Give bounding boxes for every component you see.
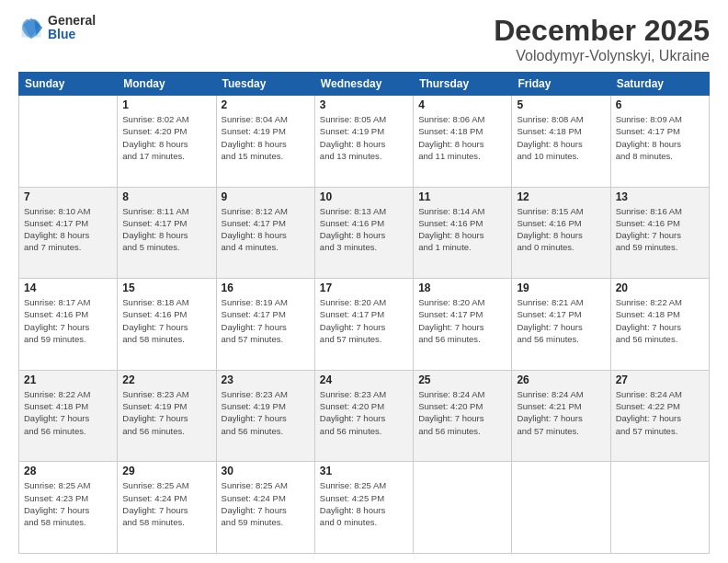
day-info: Sunrise: 8:04 AMSunset: 4:19 PMDaylight:… xyxy=(222,113,310,162)
table-cell: 5Sunrise: 8:08 AMSunset: 4:18 PMDaylight… xyxy=(512,96,610,188)
page: General Blue December 2025 Volodymyr-Vol… xyxy=(0,0,728,563)
table-cell: 26Sunrise: 8:24 AMSunset: 4:21 PMDayligh… xyxy=(512,370,610,462)
header-tuesday: Tuesday xyxy=(216,73,314,96)
table-cell xyxy=(512,462,610,554)
table-cell: 8Sunrise: 8:11 AMSunset: 4:17 PMDaylight… xyxy=(118,187,216,279)
table-cell: 21Sunrise: 8:22 AMSunset: 4:18 PMDayligh… xyxy=(19,370,118,462)
day-number: 1 xyxy=(122,98,210,111)
day-info: Sunrise: 8:15 AMSunset: 4:16 PMDaylight:… xyxy=(517,205,605,254)
weekday-header-row: Sunday Monday Tuesday Wednesday Thursday… xyxy=(19,73,710,96)
table-cell: 22Sunrise: 8:23 AMSunset: 4:19 PMDayligh… xyxy=(118,370,216,462)
day-info: Sunrise: 8:20 AMSunset: 4:17 PMDaylight:… xyxy=(320,296,408,345)
table-cell: 23Sunrise: 8:23 AMSunset: 4:19 PMDayligh… xyxy=(216,370,314,462)
day-number: 19 xyxy=(517,282,605,294)
day-number: 6 xyxy=(616,98,704,111)
header-saturday: Saturday xyxy=(610,73,709,96)
header-wednesday: Wednesday xyxy=(314,73,413,96)
day-info: Sunrise: 8:22 AMSunset: 4:18 PMDaylight:… xyxy=(616,296,704,345)
day-info: Sunrise: 8:25 AMSunset: 4:23 PMDaylight:… xyxy=(24,479,112,528)
table-cell: 4Sunrise: 8:06 AMSunset: 4:18 PMDaylight… xyxy=(414,96,512,188)
table-cell: 29Sunrise: 8:25 AMSunset: 4:24 PMDayligh… xyxy=(118,462,216,554)
table-cell: 18Sunrise: 8:20 AMSunset: 4:17 PMDayligh… xyxy=(414,279,512,371)
header-friday: Friday xyxy=(512,73,610,96)
table-cell: 25Sunrise: 8:24 AMSunset: 4:20 PMDayligh… xyxy=(414,370,512,462)
day-info: Sunrise: 8:09 AMSunset: 4:17 PMDaylight:… xyxy=(616,113,704,162)
week-row-2: 7Sunrise: 8:10 AMSunset: 4:17 PMDaylight… xyxy=(19,187,710,279)
day-number: 25 xyxy=(418,373,506,386)
day-info: Sunrise: 8:20 AMSunset: 4:17 PMDaylight:… xyxy=(418,296,506,345)
week-row-4: 21Sunrise: 8:22 AMSunset: 4:18 PMDayligh… xyxy=(19,370,710,462)
table-cell: 24Sunrise: 8:23 AMSunset: 4:20 PMDayligh… xyxy=(314,370,413,462)
table-cell: 13Sunrise: 8:16 AMSunset: 4:16 PMDayligh… xyxy=(610,187,709,279)
day-number: 15 xyxy=(122,282,210,294)
day-info: Sunrise: 8:13 AMSunset: 4:16 PMDaylight:… xyxy=(320,205,408,254)
day-number: 24 xyxy=(320,373,408,386)
logo: General Blue xyxy=(18,14,96,42)
week-row-3: 14Sunrise: 8:17 AMSunset: 4:16 PMDayligh… xyxy=(19,279,710,371)
header-monday: Monday xyxy=(118,73,216,96)
day-info: Sunrise: 8:23 AMSunset: 4:19 PMDaylight:… xyxy=(122,388,210,437)
day-number: 8 xyxy=(122,190,210,203)
week-row-1: 1Sunrise: 8:02 AMSunset: 4:20 PMDaylight… xyxy=(19,96,710,188)
day-number: 5 xyxy=(517,98,605,111)
logo-blue-text: Blue xyxy=(48,28,96,41)
day-info: Sunrise: 8:25 AMSunset: 4:24 PMDaylight:… xyxy=(222,479,310,528)
day-info: Sunrise: 8:22 AMSunset: 4:18 PMDaylight:… xyxy=(24,388,112,437)
day-info: Sunrise: 8:10 AMSunset: 4:17 PMDaylight:… xyxy=(24,205,112,254)
day-info: Sunrise: 8:24 AMSunset: 4:21 PMDaylight:… xyxy=(517,388,605,437)
day-info: Sunrise: 8:12 AMSunset: 4:17 PMDaylight:… xyxy=(222,205,310,254)
table-cell: 7Sunrise: 8:10 AMSunset: 4:17 PMDaylight… xyxy=(19,187,118,279)
day-number: 4 xyxy=(418,98,506,111)
table-cell: 20Sunrise: 8:22 AMSunset: 4:18 PMDayligh… xyxy=(610,279,709,371)
week-row-5: 28Sunrise: 8:25 AMSunset: 4:23 PMDayligh… xyxy=(19,462,710,554)
day-info: Sunrise: 8:23 AMSunset: 4:20 PMDaylight:… xyxy=(320,388,408,437)
day-number: 17 xyxy=(320,282,408,294)
day-info: Sunrise: 8:14 AMSunset: 4:16 PMDaylight:… xyxy=(418,205,506,254)
day-number: 26 xyxy=(517,373,605,386)
table-cell: 12Sunrise: 8:15 AMSunset: 4:16 PMDayligh… xyxy=(512,187,610,279)
table-cell: 17Sunrise: 8:20 AMSunset: 4:17 PMDayligh… xyxy=(314,279,413,371)
day-number: 10 xyxy=(320,190,408,203)
table-cell: 9Sunrise: 8:12 AMSunset: 4:17 PMDaylight… xyxy=(216,187,314,279)
day-info: Sunrise: 8:24 AMSunset: 4:20 PMDaylight:… xyxy=(418,388,506,437)
day-info: Sunrise: 8:02 AMSunset: 4:20 PMDaylight:… xyxy=(122,113,210,162)
day-info: Sunrise: 8:16 AMSunset: 4:16 PMDaylight:… xyxy=(616,205,704,254)
table-cell: 19Sunrise: 8:21 AMSunset: 4:17 PMDayligh… xyxy=(512,279,610,371)
day-number: 20 xyxy=(616,282,704,294)
table-cell xyxy=(610,462,709,554)
logo-icon xyxy=(18,15,44,40)
day-number: 22 xyxy=(122,373,210,386)
day-number: 11 xyxy=(418,190,506,203)
table-cell: 15Sunrise: 8:18 AMSunset: 4:16 PMDayligh… xyxy=(118,279,216,371)
day-number: 21 xyxy=(24,373,112,386)
day-info: Sunrise: 8:17 AMSunset: 4:16 PMDaylight:… xyxy=(24,296,112,345)
day-info: Sunrise: 8:25 AMSunset: 4:25 PMDaylight:… xyxy=(320,479,408,528)
header: General Blue December 2025 Volodymyr-Vol… xyxy=(18,14,710,64)
day-info: Sunrise: 8:05 AMSunset: 4:19 PMDaylight:… xyxy=(320,113,408,162)
day-number: 18 xyxy=(418,282,506,294)
table-cell: 1Sunrise: 8:02 AMSunset: 4:20 PMDaylight… xyxy=(118,96,216,188)
table-cell: 6Sunrise: 8:09 AMSunset: 4:17 PMDaylight… xyxy=(610,96,709,188)
day-number: 12 xyxy=(517,190,605,203)
day-number: 30 xyxy=(222,465,310,477)
day-info: Sunrise: 8:23 AMSunset: 4:19 PMDaylight:… xyxy=(222,388,310,437)
day-number: 31 xyxy=(320,465,408,477)
logo-general-text: General xyxy=(48,14,96,28)
day-info: Sunrise: 8:25 AMSunset: 4:24 PMDaylight:… xyxy=(122,479,210,528)
day-number: 16 xyxy=(222,282,310,294)
table-cell xyxy=(19,96,118,188)
day-number: 29 xyxy=(122,465,210,477)
day-number: 2 xyxy=(222,98,310,111)
header-sunday: Sunday xyxy=(19,73,118,96)
table-cell: 27Sunrise: 8:24 AMSunset: 4:22 PMDayligh… xyxy=(610,370,709,462)
day-number: 7 xyxy=(24,190,112,203)
day-info: Sunrise: 8:19 AMSunset: 4:17 PMDaylight:… xyxy=(222,296,310,345)
table-cell: 16Sunrise: 8:19 AMSunset: 4:17 PMDayligh… xyxy=(216,279,314,371)
day-number: 23 xyxy=(222,373,310,386)
day-number: 9 xyxy=(222,190,310,203)
table-cell: 3Sunrise: 8:05 AMSunset: 4:19 PMDaylight… xyxy=(314,96,413,188)
month-title: December 2025 xyxy=(494,14,710,48)
logo-text: General Blue xyxy=(48,14,96,42)
table-cell: 14Sunrise: 8:17 AMSunset: 4:16 PMDayligh… xyxy=(19,279,118,371)
day-info: Sunrise: 8:18 AMSunset: 4:16 PMDaylight:… xyxy=(122,296,210,345)
